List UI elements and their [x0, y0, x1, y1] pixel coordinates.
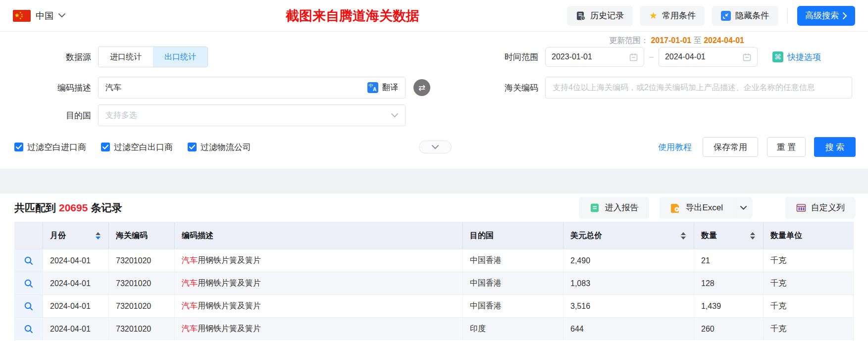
save-conditions-button[interactable]: 保存常用: [703, 137, 758, 157]
keyword-highlight: 汽车: [182, 255, 198, 266]
cell-destination: 印度: [463, 318, 563, 340]
checkbox-filter-blank-importer[interactable]: 过滤空白进口商: [14, 142, 86, 153]
match-count-prefix: 共匹配到: [14, 202, 56, 213]
checkbox-filter-logistics[interactable]: 过滤物流公司: [188, 142, 251, 153]
enter-report-button[interactable]: 进入报告: [579, 197, 649, 219]
checkbox-label: 过滤空白进口商: [27, 142, 86, 153]
hs-code-input[interactable]: 支持4位以上海关编码，或2位海关编码加上产品描述、企业名称的任意信息: [545, 77, 852, 98]
cell-hs-code: 73201020: [109, 318, 175, 340]
keyword-highlight: 汽车: [182, 278, 198, 289]
sort-control[interactable]: [96, 232, 101, 240]
header-month-label: 月份: [50, 231, 66, 241]
chevron-down-icon: [58, 13, 65, 18]
svg-text:A: A: [373, 87, 376, 92]
sort-desc-icon[interactable]: [681, 237, 686, 240]
match-count-value: 20695: [56, 202, 91, 213]
sort-asc-icon[interactable]: [96, 232, 101, 235]
region-selector[interactable]: ★ ★ ★ ★ ★ 中国: [13, 10, 65, 22]
start-date-input[interactable]: 2023-01-01: [545, 47, 644, 67]
description-label: 编码描述: [14, 82, 91, 94]
quick-options-label: 快捷选项: [787, 51, 821, 63]
translate-label: 翻译: [382, 83, 398, 93]
header-quantity[interactable]: 数量: [694, 222, 764, 249]
row-action-cell: [15, 272, 43, 294]
cell-description: 汽车用钢铁片簧及簧片: [175, 318, 463, 340]
reset-button[interactable]: 重 置: [767, 137, 806, 157]
sort-desc-icon[interactable]: [96, 237, 101, 240]
chevron-down-icon: [740, 206, 747, 210]
form-row-description: 编码描述 汽车 中A 翻译 ⇄ 海关编码 支持4位以上海关编码，或2位海关编码加…: [14, 77, 856, 98]
sort-asc-icon[interactable]: [681, 232, 686, 235]
description-input[interactable]: 汽车 中A 翻译: [98, 77, 406, 98]
topbar-actions: 历史记录 ★ 常用条件 隐藏条件: [567, 6, 855, 26]
chevron-down-icon: [391, 113, 398, 118]
header-description-label: 编码描述: [182, 231, 213, 241]
exchange-icon-button[interactable]: ⇄: [413, 79, 430, 96]
customize-columns-button[interactable]: 自定义列: [785, 197, 856, 219]
tab-export-stats[interactable]: 出口统计: [153, 47, 207, 67]
form-actions: 使用教程 保存常用 重 置 搜 索: [658, 137, 856, 157]
header-quantity-label: 数量: [701, 231, 717, 241]
magnifier-icon[interactable]: [24, 279, 34, 289]
date-range-separator: –: [649, 52, 654, 61]
cell-quantity: 1,439: [694, 295, 764, 317]
advanced-search-button[interactable]: 高级搜索: [797, 6, 855, 26]
sort-control[interactable]: [681, 232, 686, 240]
export-excel-button[interactable]: 导出Excel: [660, 197, 734, 219]
cell-quantity: 260: [694, 318, 764, 340]
translate-button[interactable]: 中A 翻译: [367, 82, 398, 93]
history-button[interactable]: 历史记录: [567, 6, 633, 26]
cell-usd-total: 3,516: [563, 295, 694, 317]
magnifier-icon[interactable]: [24, 301, 34, 311]
checkbox-filter-blank-exporter[interactable]: 过滤空白出口商: [101, 142, 173, 153]
export-excel-icon: [670, 203, 680, 213]
end-date-input[interactable]: 2024-04-01: [659, 47, 758, 67]
header-usd-total[interactable]: 美元总价: [563, 222, 694, 249]
description-rest: 用钢铁片簧及簧片: [198, 324, 261, 334]
tutorial-link[interactable]: 使用教程: [658, 142, 692, 153]
sort-desc-icon[interactable]: [750, 237, 755, 240]
tab-import-stats[interactable]: 进口统计: [99, 47, 153, 67]
start-date-value: 2023-01-01: [552, 52, 592, 61]
table-row: 2024-04-01 73201020 汽车用钢铁片簧及簧片 中国香港 3,51…: [15, 294, 853, 317]
favorites-button[interactable]: ★ 常用条件: [640, 6, 705, 26]
collapse-form-button[interactable]: [419, 141, 452, 153]
checkbox-label: 过滤空白出口商: [114, 142, 173, 153]
cell-destination: 中国香港: [463, 295, 563, 317]
calendar-icon: [629, 53, 638, 61]
row-action-cell: [15, 295, 43, 317]
export-excel-label: 导出Excel: [685, 202, 723, 213]
cell-unit: 千克: [764, 295, 853, 317]
search-button[interactable]: 搜 索: [814, 137, 856, 157]
sort-control[interactable]: [750, 232, 755, 240]
destination-select[interactable]: 支持多选: [98, 104, 406, 126]
destination-label: 目的国: [14, 110, 91, 121]
region-label: 中国: [36, 10, 53, 22]
magnifier-icon[interactable]: [24, 324, 34, 334]
description-value: 汽车: [105, 83, 121, 93]
svg-text:⌘: ⌘: [774, 53, 781, 61]
header-destination: 目的国: [463, 222, 563, 249]
cell-hs-code: 73201020: [109, 272, 175, 294]
header-month[interactable]: 月份: [43, 222, 109, 249]
export-excel-group: 导出Excel: [660, 197, 753, 219]
table-header-row: 月份 海关编码 编码描述 目的国 美元总价: [15, 222, 853, 249]
header-action-column: [15, 222, 43, 249]
hide-conditions-button[interactable]: 隐藏条件: [712, 6, 778, 26]
header-unit-label: 数量单位: [770, 231, 802, 241]
header-description: 编码描述: [175, 222, 463, 249]
magnifier-icon[interactable]: [24, 256, 34, 266]
description-rest: 用钢铁片簧及簧片: [198, 255, 261, 266]
star-icon: ★: [649, 11, 658, 20]
results-actions: 进入报告 导出Excel 自定义列: [579, 197, 856, 219]
topbar-divider: [787, 8, 788, 23]
quick-options-button[interactable]: ⌘ 快捷选项: [772, 51, 821, 63]
end-date-value: 2024-04-01: [665, 52, 706, 61]
cell-quantity: 21: [694, 249, 764, 272]
cell-month: 2024-04-01: [43, 318, 109, 340]
cell-usd-total: 2,490: [563, 249, 694, 272]
hs-code-placeholder: 支持4位以上海关编码，或2位海关编码加上产品描述、企业名称的任意信息: [553, 83, 815, 93]
export-options-button[interactable]: [734, 197, 753, 219]
sort-asc-icon[interactable]: [750, 232, 755, 235]
history-icon: [576, 11, 586, 21]
